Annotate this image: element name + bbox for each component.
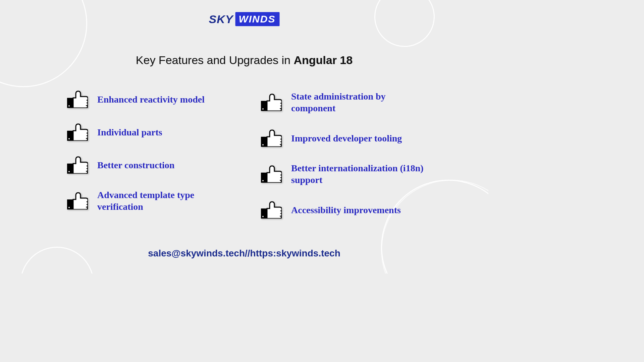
svg-rect-14 [261,208,267,219]
svg-point-5 [68,171,70,172]
svg-rect-0 [67,98,73,108]
svg-rect-12 [261,173,267,183]
thumbs-up-icon [67,192,88,209]
features-grid: Enhanced reactivity model Individual par… [67,90,448,219]
svg-point-3 [68,138,70,139]
feature-item: Better construction [67,156,254,174]
feature-text: Individual parts [97,126,162,138]
features-column-left: Enhanced reactivity model Individual par… [67,90,254,219]
thumbs-up-icon [261,94,282,111]
svg-point-15 [262,216,264,217]
thumbs-up-icon [67,156,88,174]
title-bold: Angular 18 [293,54,353,66]
feature-item: State administration by component [261,90,448,114]
logo-text-winds: WINDS [235,12,279,26]
feature-item: Individual parts [67,123,254,141]
feature-item: Accessibility improvements [261,201,448,219]
svg-point-11 [262,144,264,145]
feature-text: Better construction [97,159,174,171]
thumbs-up-icon [261,165,282,183]
feature-text: State administration by component [291,90,432,114]
feature-item: Advanced template type verification [67,189,254,213]
feature-item: Improved developer tooling [261,129,448,147]
svg-rect-10 [261,137,267,147]
logo-text-sky: SKY [209,13,233,26]
svg-rect-6 [67,199,73,209]
svg-point-1 [68,105,70,107]
logo: SKY WINDS [209,12,280,26]
footer-contact: sales@skywinds.tech//https:skywinds.tech [0,248,488,259]
thumbs-up-icon [261,129,282,147]
svg-rect-2 [67,131,73,141]
feature-item: Enhanced reactivity model [67,90,254,108]
feature-text: Accessibility improvements [291,204,401,216]
decorative-circle [368,0,441,54]
svg-point-13 [262,180,264,181]
title-pre: Key Features and Upgrades in [136,54,294,66]
thumbs-up-icon [67,90,88,108]
svg-rect-4 [67,164,73,174]
feature-item: Better internationalization (i18n) suppo… [261,162,448,186]
features-column-right: State administration by component Improv… [254,90,448,219]
thumbs-up-icon [67,123,88,141]
svg-rect-8 [261,101,267,111]
feature-text: Advanced template type verification [97,189,238,213]
thumbs-up-icon [261,201,282,219]
feature-text: Improved developer tooling [291,132,402,144]
svg-point-7 [68,207,70,208]
feature-text: Enhanced reactivity model [97,94,205,105]
svg-point-9 [262,108,264,110]
decorative-circle [0,0,87,87]
page-title: Key Features and Upgrades in Angular 18 [0,54,488,67]
feature-text: Better internationalization (i18n) suppo… [291,162,432,186]
